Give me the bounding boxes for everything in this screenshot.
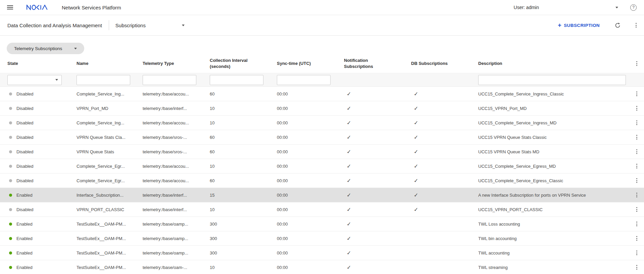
collection-interval-cell: 300 — [210, 250, 277, 256]
row-actions-menu[interactable] — [635, 220, 639, 228]
notification-check: ✓ — [344, 221, 411, 227]
collection-interval-filter-input[interactable] — [210, 75, 263, 85]
table-row[interactable]: Enabled Interface_Subscription... teleme… — [0, 188, 644, 202]
sync-time-cell: 00:00 — [277, 250, 344, 256]
row-actions-menu[interactable] — [635, 176, 639, 185]
state-label: Disabled — [16, 91, 34, 96]
row-actions-menu[interactable] — [635, 205, 639, 213]
chevron-down-icon — [182, 25, 185, 26]
state-dot — [9, 266, 12, 269]
notification-check: ✓ — [344, 105, 411, 112]
description-cell: UCC15_Complete_Service_Egress_MD — [478, 164, 629, 169]
table-row[interactable]: Disabled VPRN_Port_MD telemetry:/base/in… — [0, 101, 644, 116]
column-header-telemetry-type[interactable]: Telemetry Type — [143, 61, 193, 67]
state-dot — [9, 92, 12, 95]
breadcrumb: Data Collection and Analysis Management — [7, 23, 102, 28]
name-cell: TestSuiteEx__OAM-PM... — [77, 265, 143, 270]
user-menu-label: User: admin — [514, 5, 539, 10]
sync-time-filter-input[interactable] — [277, 75, 331, 85]
row-actions-menu[interactable] — [635, 234, 639, 242]
app-title: Network Services Platform — [62, 5, 121, 10]
state-dot — [9, 165, 12, 168]
name-filter-input[interactable] — [77, 75, 130, 85]
collection-interval-cell: 60 — [210, 135, 277, 140]
table-row[interactable]: Disabled Complete_Service_Ing... telemet… — [0, 116, 644, 130]
telemetry-type-cell: telemetry:/base/oamp... — [143, 222, 210, 227]
db-check: ✓ — [411, 206, 478, 213]
telemetry-type-filter-input[interactable] — [143, 75, 196, 85]
table-row[interactable]: Disabled Complete_Service_Egr... telemet… — [0, 173, 644, 188]
column-header-name[interactable]: Name — [77, 61, 127, 67]
telemetry-type-cell: telemetry:/base/accou... — [143, 91, 210, 96]
refresh-button[interactable] — [614, 22, 621, 29]
row-actions-menu[interactable] — [635, 118, 639, 127]
table-row[interactable]: Disabled Complete_Service_Egr... telemet… — [0, 159, 644, 173]
row-actions-menu[interactable] — [635, 104, 639, 112]
table-row[interactable]: Enabled TestSuiteEx__OAM-PM... telemetry… — [0, 246, 644, 260]
row-actions-menu[interactable] — [635, 89, 639, 98]
row-actions-menu[interactable] — [635, 162, 639, 170]
telemetry-subscriptions-chip[interactable]: Telemetry Subscriptions — [7, 43, 84, 54]
db-check: ✓ — [411, 192, 478, 198]
collection-interval-cell: 15 — [210, 193, 277, 198]
telemetry-type-cell: telemetry:/base/interf... — [143, 106, 210, 111]
column-header-sync-time[interactable]: Sync-time (UTC) — [277, 61, 327, 67]
column-header-notification-subscriptions[interactable]: Notification Subscriptions — [344, 57, 394, 69]
table-filter-row — [0, 73, 644, 87]
sync-time-cell: 00:00 — [277, 265, 344, 270]
description-cell: UCC15_Complete_Service_Ingress_MD — [478, 120, 629, 125]
table-row[interactable]: Disabled VPRN_PORT_CLASSIC telemetry:/ba… — [0, 202, 644, 217]
description-cell: UCC15_Complete_Service_Egress_Classic — [478, 178, 629, 183]
sync-time-cell: 00:00 — [277, 164, 344, 169]
telemetry-type-cell: telemetry:/base/interf... — [143, 207, 210, 212]
collection-interval-cell: 10 — [210, 207, 277, 212]
row-actions-menu[interactable] — [635, 263, 639, 271]
add-subscription-label: SUBSCRIPTION — [564, 23, 600, 28]
column-header-description[interactable]: Description — [478, 61, 529, 67]
nokia-logo — [27, 5, 48, 10]
top-bar: Network Services Platform User: admin ? — [0, 0, 644, 15]
state-label: Disabled — [16, 164, 34, 169]
help-icon[interactable]: ? — [630, 4, 637, 11]
table-row[interactable]: Disabled Complete_Service_Ing... telemet… — [0, 87, 644, 101]
chevron-down-icon — [55, 79, 58, 81]
column-header-db-subscriptions[interactable]: DB Subscriptions — [411, 61, 461, 67]
db-check: ✓ — [411, 105, 478, 112]
table-row[interactable]: Enabled TestSuiteEx__OAM-PM... telemetry… — [0, 217, 644, 231]
state-label: Disabled — [16, 149, 34, 154]
description-cell: TWL streaming — [478, 265, 629, 270]
state-label: Disabled — [16, 207, 34, 212]
row-actions-menu[interactable] — [635, 248, 639, 257]
state-label: Enabled — [16, 250, 33, 256]
sync-time-cell: 00:00 — [277, 120, 344, 125]
notification-check: ✓ — [344, 91, 411, 97]
toolbar-overflow-menu[interactable] — [634, 21, 638, 29]
view-selector-dropdown[interactable]: Subscriptions — [115, 23, 185, 28]
table-row[interactable]: Enabled TestSuiteEx__OAM-PM... telemetry… — [0, 231, 644, 246]
name-cell: Complete_Service_Ing... — [77, 91, 143, 96]
db-check: ✓ — [411, 134, 478, 141]
state-label: Enabled — [16, 193, 33, 198]
hamburger-menu-icon[interactable] — [7, 4, 13, 10]
db-check: ✓ — [411, 163, 478, 169]
collection-interval-cell: 10 — [210, 120, 277, 125]
column-header-state[interactable]: State — [7, 61, 58, 67]
table-settings-menu[interactable] — [635, 59, 639, 68]
name-cell: VPRN_Port_MD — [77, 106, 143, 111]
table-row[interactable]: Disabled VPRN Queue Stats Cla... telemet… — [0, 130, 644, 145]
row-actions-menu[interactable] — [635, 191, 639, 199]
state-filter-select[interactable] — [7, 75, 62, 85]
name-cell: VPRN Queue Stats Cla... — [77, 135, 143, 140]
user-menu[interactable]: User: admin — [514, 5, 618, 10]
column-header-collection-interval[interactable]: Collection Interval (seconds) — [210, 57, 260, 69]
description-filter-input[interactable] — [478, 75, 626, 85]
table-row[interactable]: Disabled VPRN Queue Stats telemetry:/bas… — [0, 145, 644, 159]
name-cell: TestSuiteEx__OAM-PM... — [77, 250, 143, 256]
description-cell: TWL accounting — [478, 250, 629, 256]
table-row[interactable]: Enabled TestSuiteEx__OAM-PM... telemetry… — [0, 260, 644, 274]
db-check: ✓ — [411, 149, 478, 155]
add-subscription-button[interactable]: + SUBSCRIPTION — [558, 22, 600, 29]
row-actions-menu[interactable] — [635, 133, 639, 141]
row-actions-menu[interactable] — [635, 147, 639, 156]
plus-icon: + — [558, 22, 561, 29]
